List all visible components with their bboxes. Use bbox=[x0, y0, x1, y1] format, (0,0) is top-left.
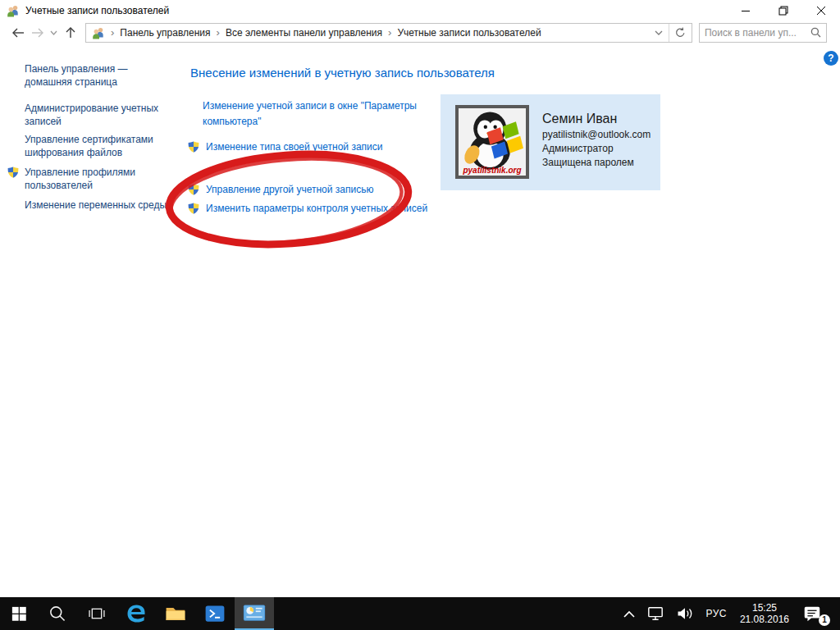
current-account-tile: pyatilistnik.org Семин Иван pyatilistnik… bbox=[441, 94, 660, 190]
clock-date: 21.08.2016 bbox=[740, 614, 789, 625]
link-manage-another-account[interactable]: Управление другой учетной записью bbox=[187, 182, 373, 201]
help-glyph: ? bbox=[828, 52, 833, 64]
recent-pages-dropdown[interactable] bbox=[48, 23, 62, 43]
search-box[interactable] bbox=[699, 23, 827, 43]
speaker-icon bbox=[676, 605, 694, 622]
breadcrumb-user-accounts[interactable]: Учетные записи пользователей bbox=[394, 27, 544, 39]
system-tray: РУС 15:25 21.08.2016 1 bbox=[618, 597, 840, 630]
chevron-up-icon bbox=[623, 610, 635, 618]
account-role: Администратор bbox=[542, 142, 651, 156]
search-icon bbox=[810, 27, 821, 38]
link-change-account-in-pc-settings[interactable]: Изменение учетной записи в окне "Парамет… bbox=[203, 98, 449, 130]
account-email: pyatilistnik@outlook.com bbox=[542, 128, 651, 142]
up-arrow-icon bbox=[65, 26, 76, 39]
chevron-down-icon bbox=[655, 30, 663, 35]
sidebar-item-label: Управление профилями пользователей bbox=[25, 167, 135, 191]
help-button[interactable]: ? bbox=[824, 51, 838, 66]
task-view-icon bbox=[86, 603, 107, 624]
tray-show-hidden-icons[interactable] bbox=[618, 597, 641, 630]
minimize-button[interactable] bbox=[727, 0, 765, 21]
language-indicator[interactable]: РУС bbox=[700, 597, 733, 630]
account-info: Семин Иван pyatilistnik@outlook.com Адми… bbox=[542, 105, 651, 170]
uac-shield-icon bbox=[7, 166, 20, 182]
volume-button[interactable] bbox=[670, 597, 700, 630]
address-location-icon bbox=[92, 26, 105, 39]
powershell-button[interactable] bbox=[195, 597, 235, 630]
link-change-account-type[interactable]: Изменение типа своей учетной записи bbox=[187, 139, 382, 158]
breadcrumb-separator: › bbox=[214, 26, 222, 39]
taskbar-user-accounts-app[interactable] bbox=[235, 597, 274, 630]
edge-icon bbox=[125, 602, 148, 625]
search-input[interactable] bbox=[705, 27, 810, 39]
uac-shield-icon bbox=[187, 140, 200, 158]
breadcrumb-separator: › bbox=[108, 26, 116, 39]
link-label: Изменить параметры контроля учетных запи… bbox=[206, 201, 427, 217]
breadcrumb-separator: › bbox=[386, 26, 394, 39]
forward-arrow-icon bbox=[31, 27, 44, 39]
sidebar: Панель управления — домашняя страница Ад… bbox=[10, 62, 174, 212]
network-status-button[interactable] bbox=[641, 597, 670, 630]
account-password-status: Защищена паролем bbox=[542, 156, 651, 170]
address-bar[interactable]: › Панель управления › Все элементы панел… bbox=[85, 23, 692, 43]
link-label: Изменение типа своей учетной записи bbox=[206, 139, 382, 155]
start-button[interactable] bbox=[0, 597, 38, 630]
user-accounts-icon bbox=[7, 4, 20, 17]
minimize-icon bbox=[741, 6, 751, 16]
sidebar-item-environment-variables[interactable]: Изменение переменных среды bbox=[10, 199, 171, 212]
user-accounts-window-icon bbox=[243, 604, 266, 622]
sidebar-item-manage-accounts[interactable]: Администрирование учетных записей bbox=[10, 102, 171, 128]
task-view-button[interactable] bbox=[77, 597, 116, 630]
refresh-button[interactable] bbox=[669, 24, 692, 42]
restore-icon bbox=[778, 6, 788, 16]
windows-logo-icon bbox=[11, 605, 27, 622]
address-dropdown-button[interactable] bbox=[649, 24, 669, 42]
taskbar: РУС 15:25 21.08.2016 1 bbox=[0, 597, 840, 630]
link-label: Изменение учетной записи в окне "Парамет… bbox=[203, 98, 449, 130]
taskbar-clock[interactable]: 15:25 21.08.2016 bbox=[733, 597, 797, 630]
ethernet-network-icon bbox=[646, 605, 664, 622]
close-icon bbox=[816, 6, 826, 16]
avatar-caption: pyatilistnik.org bbox=[459, 166, 526, 175]
window-controls bbox=[727, 0, 840, 21]
edge-browser-button[interactable] bbox=[116, 597, 156, 630]
window-content: Панель управления — домашняя страница Ад… bbox=[0, 44, 840, 597]
sidebar-item-control-panel-home[interactable]: Панель управления — домашняя страница bbox=[10, 62, 171, 89]
window-title: Учетные записи пользователей bbox=[25, 5, 169, 16]
titlebar: Учетные записи пользователей bbox=[0, 0, 840, 21]
folder-icon bbox=[164, 602, 187, 625]
up-button[interactable] bbox=[61, 23, 80, 43]
refresh-icon bbox=[675, 27, 686, 38]
page-title: Внесение изменений в учетную запись поль… bbox=[190, 66, 495, 80]
powershell-icon bbox=[203, 602, 226, 625]
search-icon bbox=[48, 604, 67, 623]
breadcrumb-all-items[interactable]: Все элементы панели управления bbox=[222, 27, 386, 39]
restore-button[interactable] bbox=[765, 0, 802, 21]
file-explorer-button[interactable] bbox=[156, 597, 195, 630]
breadcrumb-control-panel[interactable]: Панель управления bbox=[116, 27, 213, 39]
link-label: Управление другой учетной записью bbox=[206, 182, 373, 198]
uac-shield-icon bbox=[187, 183, 200, 201]
clock-time: 15:25 bbox=[752, 602, 777, 614]
notification-badge: 1 bbox=[819, 614, 830, 626]
action-center-button[interactable]: 1 bbox=[797, 597, 832, 630]
account-avatar: pyatilistnik.org bbox=[455, 105, 529, 179]
uac-shield-icon bbox=[187, 202, 200, 220]
navigation-bar: › Панель управления › Все элементы панел… bbox=[0, 21, 840, 44]
account-name: Семин Иван bbox=[542, 110, 651, 128]
sidebar-item-certificates[interactable]: Управление сертификатами шифрования файл… bbox=[10, 133, 171, 159]
close-button[interactable] bbox=[802, 0, 840, 21]
desktop: Учетные записи пользователей bbox=[0, 0, 840, 630]
back-arrow-icon bbox=[11, 27, 25, 39]
sidebar-item-user-profiles[interactable]: Управление профилями пользователей bbox=[10, 166, 171, 192]
link-change-uac-settings[interactable]: Изменить параметры контроля учетных запи… bbox=[187, 201, 427, 220]
forward-button[interactable] bbox=[28, 23, 48, 43]
chevron-down-icon bbox=[50, 30, 57, 35]
back-button[interactable] bbox=[8, 23, 28, 43]
taskbar-search-button[interactable] bbox=[38, 597, 77, 630]
control-panel-window: Учетные записи пользователей bbox=[0, 0, 840, 597]
